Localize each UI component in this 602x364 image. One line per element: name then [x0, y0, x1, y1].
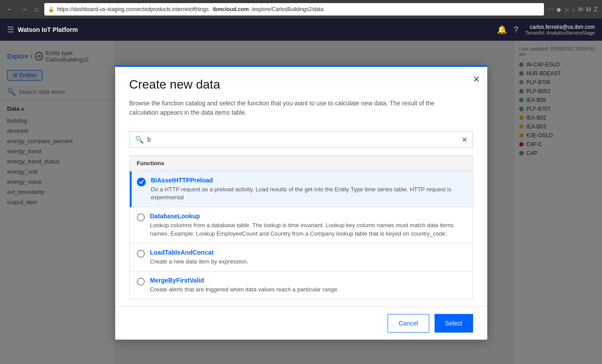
function-content: MergeByFirstValid Create alerts that are… [150, 277, 466, 294]
browser-icons: ⋯ ◆ ☆ ↓ ✉ M Z [548, 6, 598, 13]
functions-table: Functions BIAssetHTTPPreload Do a HTTP r… [129, 155, 473, 299]
function-search-input[interactable] [148, 136, 458, 143]
clear-search-icon[interactable]: ✕ [462, 136, 467, 144]
nav-right: 🔔 ? carlos.ferreira@us.ibm.com TenantId:… [497, 24, 595, 35]
tenant-id: TenantId: AnalyticsServiceStage [525, 30, 595, 35]
selected-checkmark [137, 178, 146, 186]
search-icon: 🔍 [135, 136, 144, 144]
url-suffix: /explore/CarlosBuildings2/data [252, 6, 324, 12]
function-content: DatabaseLookup Lookup columns from a dat… [150, 213, 466, 237]
function-content: BIAssetHTTPPreload Do a HTTP request as … [151, 177, 466, 201]
modal-overlay: Create new data Browse the function cata… [0, 41, 602, 364]
url-prefix: https://dashboard-us-staging.connectedpr… [57, 6, 210, 12]
user-name: carlos.ferreira@us.ibm.com [525, 24, 595, 30]
star-icon[interactable]: ☆ [564, 6, 570, 13]
modal-title: Create new data [129, 77, 473, 92]
extension-icon: ◆ [556, 6, 561, 13]
functions-header: Functions [130, 155, 473, 171]
select-button[interactable]: Select [435, 314, 473, 333]
home-btn[interactable]: ⌂ [33, 4, 41, 15]
help-icon[interactable]: ? [514, 25, 518, 35]
mail-icon: ✉ [578, 6, 583, 13]
modal-header: Create new data Browse the function cata… [115, 67, 487, 124]
radio-button [137, 213, 145, 221]
download-icon: ↓ [572, 6, 575, 13]
function-name: DatabaseLookup [150, 213, 466, 220]
function-description: Lookup columns from a database table. Th… [150, 221, 466, 237]
function-description: Create alerts that are triggered when da… [150, 286, 466, 294]
ext2-icon: M [586, 6, 591, 13]
back-btn[interactable]: ← [4, 4, 15, 15]
function-name: MergeByFirstValid [150, 277, 466, 284]
function-row[interactable]: DatabaseLookup Lookup columns from a dat… [130, 207, 473, 243]
main-area: Explore / ⊕ Entity type: CarlosBuildings… [0, 41, 602, 364]
function-row[interactable]: BIAssetHTTPPreload Do a HTTP request as … [130, 171, 473, 207]
radio-button [137, 250, 145, 258]
user-info: carlos.ferreira@us.ibm.com TenantId: Ana… [525, 24, 595, 35]
nav-left: ☰ Watson IoT Platform [7, 25, 78, 35]
url-domain: ibmcloud.com [213, 6, 249, 12]
address-bar[interactable]: 🔒 https://dashboard-us-staging.connected… [44, 3, 544, 15]
function-search-box: 🔍 ✕ [129, 132, 473, 148]
function-description: Do a HTTP request as a preload activity.… [151, 186, 466, 201]
function-row[interactable]: MergeByFirstValid Create alerts that are… [130, 271, 473, 299]
function-content: LoadTableAndConcat Create a new data ite… [150, 249, 466, 266]
notification-icon[interactable]: 🔔 [497, 25, 507, 35]
close-button[interactable]: ✕ [473, 74, 480, 85]
app-title: Watson IoT Platform [18, 26, 78, 33]
ext3-icon: Z [594, 6, 598, 13]
top-navigation: ☰ Watson IoT Platform 🔔 ? carlos.ferreir… [0, 19, 602, 41]
modal-description: Browse the function catalog and select t… [129, 99, 448, 117]
modal-body: 🔍 ✕ Functions BIAssetHTTPPr [115, 124, 487, 306]
hamburger-icon[interactable]: ☰ [7, 25, 14, 35]
radio-button [137, 278, 145, 286]
modal-footer: Cancel Select [115, 306, 487, 340]
cancel-button[interactable]: Cancel [388, 314, 429, 333]
fwd-btn[interactable]: → [19, 4, 29, 15]
more-btn[interactable]: ⋯ [548, 6, 554, 13]
function-name: LoadTableAndConcat [150, 249, 466, 256]
browser-chrome: ← → ⌂ 🔒 https://dashboard-us-staging.con… [0, 0, 602, 19]
function-description: Create a new data item by expression. [150, 258, 466, 266]
create-new-data-modal: Create new data Browse the function cata… [115, 65, 487, 340]
function-row[interactable]: LoadTableAndConcat Create a new data ite… [130, 244, 473, 271]
function-name: BIAssetHTTPPreload [151, 177, 466, 184]
